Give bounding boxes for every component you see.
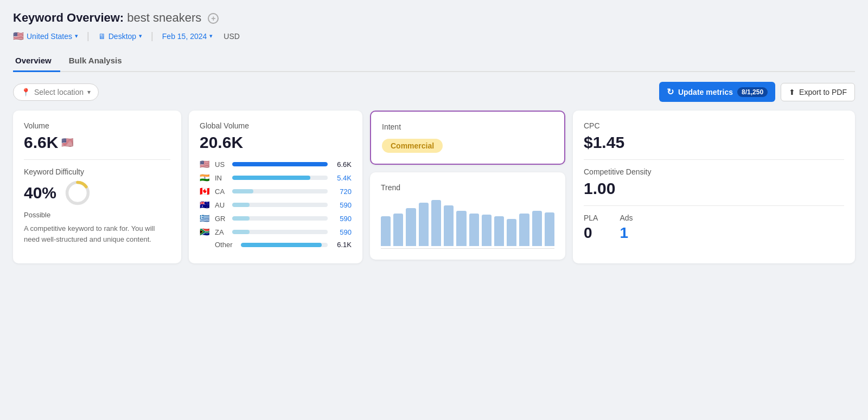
kd-row: 40% bbox=[24, 179, 170, 206]
global-volume-label: Global Volume bbox=[200, 121, 352, 130]
refresh-icon: ↻ bbox=[667, 87, 674, 97]
trend-bars-container bbox=[381, 197, 554, 246]
pla-item: PLA 0 bbox=[584, 214, 598, 242]
add-keyword-icon[interactable]: + bbox=[208, 13, 219, 24]
kd-description: A competitive keyword to rank for. You w… bbox=[24, 223, 170, 244]
cd-label: Competitive Density bbox=[584, 167, 844, 176]
trend-bar bbox=[456, 211, 466, 246]
trend-bar bbox=[519, 214, 529, 246]
export-icon: ⬆ bbox=[789, 88, 795, 96]
country-flag: 🇿🇦 bbox=[200, 227, 210, 237]
export-button[interactable]: ⬆ Export to PDF bbox=[781, 83, 855, 101]
commercial-badge: Commercial bbox=[382, 139, 443, 153]
title-prefix: Keyword Overview: bbox=[13, 11, 124, 24]
donut-svg bbox=[64, 179, 91, 206]
country-flag: 🇦🇺 bbox=[200, 200, 210, 210]
update-metrics-label: Update metrics bbox=[678, 88, 733, 96]
cpc-cd-card: CPC $1.45 Competitive Density 1.00 PLA 0… bbox=[573, 111, 855, 263]
cpc-label: CPC bbox=[584, 121, 844, 130]
possible-label: Possible bbox=[24, 211, 170, 219]
country-flag: 🇬🇷 bbox=[200, 214, 210, 223]
country-count: 590 bbox=[332, 201, 352, 209]
location-chevron-icon: ▾ bbox=[75, 33, 78, 40]
location-flag: 🇺🇸 bbox=[13, 31, 24, 41]
location-selector[interactable]: 🇺🇸 United States ▾ bbox=[13, 31, 78, 41]
bar-bg bbox=[232, 189, 328, 193]
country-row: 🇮🇳 IN 5.4K bbox=[200, 173, 352, 183]
trend-label: Trend bbox=[381, 183, 554, 192]
trend-bar bbox=[532, 211, 542, 246]
bar-fill bbox=[232, 203, 250, 207]
select-location-chevron-icon: ▾ bbox=[87, 88, 91, 96]
bar-bg bbox=[241, 243, 328, 247]
pla-value: 0 bbox=[584, 224, 598, 242]
select-location-button[interactable]: 📍 Select location ▾ bbox=[13, 83, 99, 101]
bar-fill bbox=[232, 162, 328, 166]
ads-value: 1 bbox=[620, 224, 633, 242]
bar-bg bbox=[232, 162, 328, 166]
volume-kd-card: Volume 6.6K 🇺🇸 Keyword Difficulty 40% Po… bbox=[13, 111, 181, 263]
bar-bg bbox=[232, 176, 328, 180]
intent-card: Intent Commercial bbox=[370, 111, 565, 165]
country-count: 6.6K bbox=[332, 160, 352, 169]
trend-bar bbox=[444, 205, 454, 246]
country-code: IN bbox=[215, 174, 228, 182]
device-selector[interactable]: 🖥 Desktop ▾ bbox=[98, 32, 142, 41]
kd-label: Keyword Difficulty bbox=[24, 167, 170, 176]
country-count: 590 bbox=[332, 215, 352, 223]
country-code: CA bbox=[215, 188, 228, 196]
update-metrics-button[interactable]: ↻ Update metrics 8/1,250 bbox=[659, 82, 775, 102]
country-row: 🇬🇷 GR 590 bbox=[200, 214, 352, 223]
page-header: Keyword Overview: best sneakers + 🇺🇸 Uni… bbox=[13, 11, 855, 42]
trend-bar bbox=[494, 216, 504, 246]
country-row: Other 6.1K bbox=[200, 241, 352, 249]
location-label: United States bbox=[27, 32, 72, 41]
tab-overview[interactable]: Overview bbox=[13, 51, 60, 72]
controls-right: ↻ Update metrics 8/1,250 ⬆ Export to PDF bbox=[659, 82, 855, 102]
trend-card: Trend bbox=[370, 172, 565, 260]
date-label: Feb 15, 2024 bbox=[162, 32, 207, 41]
currency-label: USD bbox=[224, 32, 240, 41]
card-divider bbox=[24, 159, 170, 160]
cards-grid: Volume 6.6K 🇺🇸 Keyword Difficulty 40% Po… bbox=[13, 111, 855, 263]
pin-icon: 📍 bbox=[21, 88, 30, 96]
date-selector[interactable]: Feb 15, 2024 ▾ bbox=[162, 32, 213, 41]
bar-fill bbox=[232, 189, 253, 193]
toolbar-sep2: | bbox=[151, 30, 154, 42]
volume-label: Volume bbox=[24, 121, 170, 130]
keyword-text: best sneakers bbox=[127, 11, 201, 24]
trend-bar bbox=[482, 215, 492, 246]
card-divider3 bbox=[584, 205, 844, 206]
bar-fill bbox=[232, 216, 250, 221]
card-divider2 bbox=[584, 159, 844, 160]
bar-fill bbox=[232, 230, 250, 234]
trend-bar bbox=[406, 208, 416, 246]
device-chevron-icon: ▾ bbox=[139, 33, 142, 40]
cpc-value: $1.45 bbox=[584, 133, 844, 152]
page-title: Keyword Overview: best sneakers + bbox=[13, 11, 855, 25]
volume-flag: 🇺🇸 bbox=[61, 137, 73, 148]
trend-bar bbox=[381, 216, 391, 246]
toolbar-sep1: | bbox=[87, 30, 90, 42]
country-count: 6.1K bbox=[332, 241, 352, 249]
trend-bar bbox=[507, 219, 516, 246]
bar-bg bbox=[232, 203, 328, 207]
tab-bulk-analysis[interactable]: Bulk Analysis bbox=[60, 51, 131, 72]
volume-value: 6.6K 🇺🇸 bbox=[24, 133, 170, 152]
kd-donut bbox=[64, 179, 91, 206]
country-flag: 🇨🇦 bbox=[200, 186, 210, 196]
intent-label: Intent bbox=[382, 122, 553, 131]
ads-label: Ads bbox=[620, 214, 633, 222]
cd-value: 1.00 bbox=[584, 179, 844, 198]
country-count: 5.4K bbox=[332, 174, 352, 182]
bar-fill bbox=[241, 243, 322, 247]
trend-bar bbox=[545, 212, 554, 246]
device-label: Desktop bbox=[108, 32, 136, 41]
countries-list: 🇺🇸 US 6.6K 🇮🇳 IN 5.4K 🇨🇦 CA 7 bbox=[200, 159, 352, 249]
country-code: US bbox=[215, 160, 228, 169]
bar-fill bbox=[232, 176, 310, 180]
country-flag: 🇮🇳 bbox=[200, 173, 210, 183]
country-code: ZA bbox=[215, 228, 228, 236]
bar-bg bbox=[232, 216, 328, 221]
country-count: 720 bbox=[332, 188, 352, 196]
